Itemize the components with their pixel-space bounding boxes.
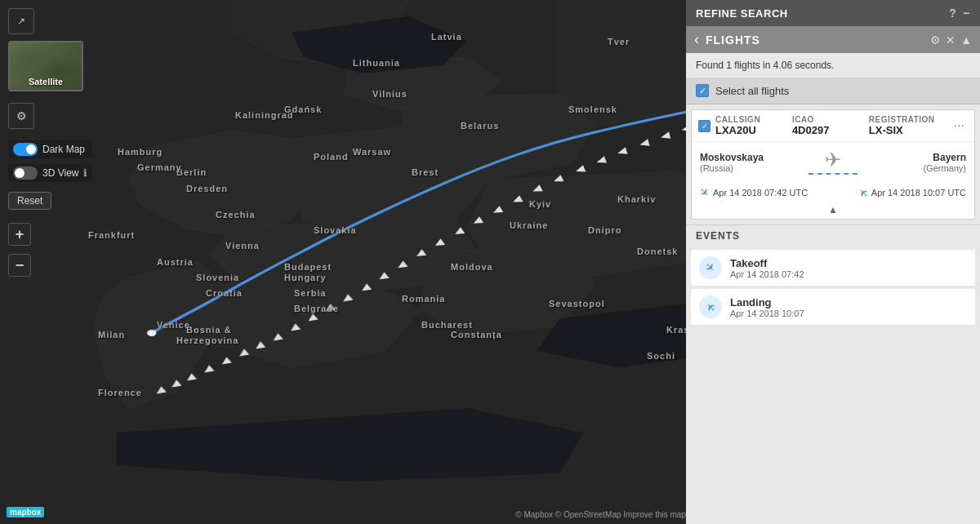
- landing-event: ✈ Landing Apr 14 2018 10:07: [691, 289, 975, 325]
- route-origin: Moskovskaya (Russia): [700, 152, 804, 173]
- callsign-value: LXA20U: [715, 124, 792, 136]
- icao-col: ICAO 4D0297: [792, 115, 869, 136]
- departure-plane-icon: ✈: [697, 184, 713, 201]
- mapbox-icon: mapbox: [7, 507, 44, 517]
- found-text: Found 1 flights in 4.06 seconds.: [686, 53, 980, 78]
- takeoff-details: Takeoff Apr 14 2018 07:42: [730, 257, 967, 279]
- map-controls: ↗ Satellite ⚙ Dark Map 3D View ℹ Reset +…: [8, 8, 92, 277]
- select-all-row[interactable]: Select all flights: [686, 78, 980, 104]
- landing-type: Landing: [730, 296, 967, 309]
- route-info: Moskovskaya (Russia) ✈ Bayern (Germany): [692, 142, 974, 183]
- satellite-label: Satellite: [29, 77, 63, 87]
- 3d-view-toggle-row: 3D View ℹ: [8, 164, 92, 182]
- back-button[interactable]: ‹: [694, 31, 699, 48]
- landing-time: Apr 14 2018 10:07: [730, 309, 967, 318]
- attribution-text: © Mapbox © OpenStreetMap Improve this ma…: [515, 510, 686, 519]
- dest-city: Bayern: [862, 152, 966, 163]
- panel-content: Found 1 flights in 4.06 seconds. Select …: [686, 53, 980, 524]
- refine-header: REFINE SEARCH ? −: [686, 0, 980, 26]
- chevron-up-icon[interactable]: ▲: [828, 204, 838, 215]
- callsign-label: CALLSIGN: [715, 115, 792, 124]
- expand-icon[interactable]: ▲: [960, 33, 972, 47]
- takeoff-event: ✈ Takeoff Apr 14 2018 07:42: [691, 250, 975, 286]
- registration-label: REGISTRATION: [869, 115, 946, 124]
- refine-icons: ? −: [949, 7, 970, 20]
- takeoff-plane-icon: ✈: [699, 256, 722, 279]
- takeoff-time: Apr 14 2018 07:42: [730, 269, 967, 279]
- dashed-line: [808, 173, 858, 175]
- origin-country: (Russia): [700, 163, 804, 173]
- select-all-checkbox[interactable]: [696, 84, 709, 97]
- satellite-thumbnail[interactable]: Satellite: [8, 41, 83, 91]
- close-icon[interactable]: ✕: [946, 33, 956, 47]
- select-all-label: Select all flights: [715, 85, 789, 97]
- settings-icon[interactable]: ⚙: [930, 33, 941, 47]
- dark-map-toggle[interactable]: [13, 143, 38, 156]
- arrival-plane-icon: ✈: [855, 184, 871, 201]
- svg-point-45: [147, 330, 156, 336]
- dest-country: (Germany): [862, 163, 966, 173]
- flights-header: ‹ FLIGHTS ⚙ ✕ ▲: [686, 26, 980, 53]
- events-title: EVENTS: [696, 230, 740, 242]
- departure-date: Apr 14 2018 07:42 UTC: [713, 188, 855, 198]
- flight-checkbox[interactable]: [698, 120, 710, 132]
- help-icon[interactable]: ?: [949, 7, 956, 20]
- right-panel: REFINE SEARCH ? − ‹ FLIGHTS ⚙ ✕ ▲ Found …: [686, 0, 980, 524]
- registration-col: REGISTRATION LX-SIX: [869, 115, 946, 136]
- landing-plane-icon: ✈: [699, 295, 722, 318]
- callsign-col: CALLSIGN LXA20U: [715, 115, 792, 136]
- dark-map-label: Dark Map: [42, 144, 85, 155]
- icao-value: 4D0297: [792, 124, 869, 136]
- airplane-center-icon: ✈: [825, 149, 841, 171]
- route-dest: Bayern (Germany): [862, 152, 966, 173]
- flight-info-cols: CALLSIGN LXA20U ICAO 4D0297 REGISTRATION…: [715, 115, 946, 136]
- flights-title: FLIGHTS: [706, 33, 760, 47]
- 3d-view-info-icon[interactable]: ℹ: [83, 167, 87, 179]
- events-section-header: EVENTS: [686, 224, 980, 246]
- flights-header-left: ‹ FLIGHTS: [694, 31, 760, 48]
- arrival-date: Apr 14 2018 10:07 UTC: [871, 188, 966, 198]
- gear-button[interactable]: ⚙: [8, 103, 34, 129]
- mapbox-logo: mapbox: [7, 507, 44, 517]
- dark-map-toggle-row: Dark Map: [8, 140, 92, 158]
- route-middle: ✈: [808, 149, 858, 176]
- flight-card-header: CALLSIGN LXA20U ICAO 4D0297 REGISTRATION…: [692, 110, 974, 142]
- dates-with-planes: ✈ Apr 14 2018 07:42 UTC ✈ Apr 14 2018 10…: [692, 183, 974, 202]
- reset-button[interactable]: Reset: [8, 192, 51, 210]
- flight-card: CALLSIGN LXA20U ICAO 4D0297 REGISTRATION…: [691, 109, 975, 220]
- landing-details: Landing Apr 14 2018 10:07: [730, 296, 967, 318]
- more-button[interactable]: ···: [951, 118, 968, 133]
- zoom-in-button[interactable]: +: [8, 223, 31, 246]
- registration-value: LX-SIX: [869, 124, 946, 136]
- chevron-row: ▲: [692, 202, 974, 219]
- 3d-view-toggle[interactable]: [13, 167, 38, 180]
- zoom-out-button[interactable]: −: [8, 254, 31, 277]
- origin-city: Moskovskaya: [700, 152, 804, 163]
- map-attribution: © Mapbox © OpenStreetMap Improve this ma…: [515, 510, 686, 519]
- icao-label: ICAO: [792, 115, 869, 124]
- minimize-icon[interactable]: −: [963, 7, 970, 20]
- takeoff-type: Takeoff: [730, 257, 967, 269]
- 3d-view-label: 3D View: [42, 167, 78, 179]
- flights-header-icons: ⚙ ✕ ▲: [930, 33, 972, 47]
- refine-title: REFINE SEARCH: [696, 7, 788, 20]
- share-button[interactable]: ↗: [8, 8, 34, 34]
